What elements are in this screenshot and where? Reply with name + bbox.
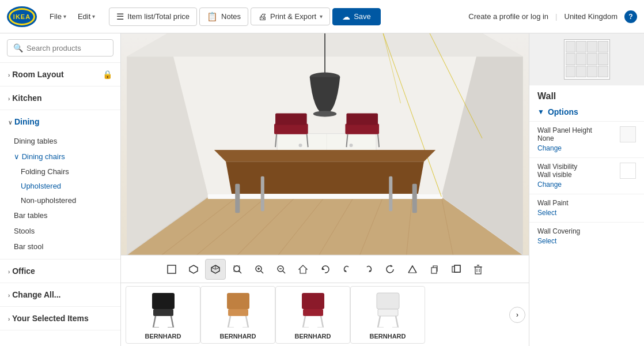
svg-rect-84 [303,309,323,316]
chair-image-tan [221,291,255,329]
svg-rect-71 [152,293,175,309]
change-all-arrow-icon: › [8,292,10,299]
svg-marker-57 [322,267,325,270]
save-button[interactable]: ☁ Save [332,8,381,25]
view-3d-button[interactable] [205,259,226,280]
svg-rect-15 [208,194,443,199]
view-2d-button[interactable] [161,259,182,280]
svg-point-24 [298,144,302,147]
duplicate-icon [451,264,461,274]
notes-button[interactable]: 📋 Notes [199,7,248,26]
svg-rect-31 [346,113,378,125]
svg-marker-56 [299,265,307,273]
tray-next-button[interactable]: › [509,307,525,323]
sidebar-item-change-all[interactable]: › Change All... [0,283,120,306]
svg-rect-37 [412,184,417,213]
sidebar-item-bar-tables[interactable]: Bar tables [0,208,120,223]
svg-line-79 [228,316,230,328]
wall-preview-grid [564,39,610,80]
wall-paint-option: Wall Paint Select [529,194,644,222]
sidebar-item-upholstered[interactable]: Upholstered [0,179,120,193]
help-button[interactable]: ? [624,10,637,23]
nav-right: Create a profile or log in | United King… [468,10,637,23]
product-bernhard-white[interactable]: BERNHARD [350,286,425,344]
svg-line-86 [321,316,323,328]
product-bernhard-tan[interactable]: BERNHARD [200,286,275,344]
svg-point-46 [234,266,240,272]
redo-left-button[interactable] [336,259,357,280]
product-bernhard-red[interactable]: BERNHARD [275,286,350,344]
svg-rect-40 [168,265,176,273]
sidebar-item-dining-chairs[interactable]: ∨ Dining chairs [0,149,120,164]
redo-right-button[interactable] [358,259,379,280]
wall-covering-option: Wall Covering Select [529,222,644,250]
wall-panel-height-option: Wall Panel Height None Change [529,121,644,157]
sidebar-item-dining[interactable]: ∨ Dining [0,110,120,133]
chair-image-red [296,291,330,329]
item-list-button[interactable]: ☰ Item list/Total price [109,7,197,26]
svg-line-92 [396,316,398,328]
zoom-region-button[interactable] [227,259,248,280]
view-iso-button[interactable] [183,259,204,280]
room-svg [121,33,529,255]
3d-icon [210,264,221,274]
tray-arrow-icon: › [516,311,518,319]
room-scene [121,33,529,255]
wall-panel-height-action[interactable]: Change [537,144,562,152]
undo-button[interactable] [315,259,335,280]
sidebar-item-folding-chairs[interactable]: Folding Chairs [0,164,120,179]
sidebar-item-kitchen[interactable]: › Kitchen [0,86,120,110]
file-menu[interactable]: File ▾ [45,10,71,23]
svg-rect-38 [261,176,264,212]
product-bernhard-black[interactable]: BERNHARD [126,286,200,344]
room-view[interactable] [121,33,529,255]
wall-covering-action[interactable]: Select [537,237,556,245]
print-export-button[interactable]: 🖨 Print & Export ▾ [251,7,330,25]
home-view-button[interactable] [293,259,313,280]
delete-button[interactable] [468,259,488,280]
room-layout-arrow-icon: › [8,72,10,78]
search-input[interactable] [26,44,107,52]
preview-cell [598,41,608,53]
zoom-in-button[interactable] [249,259,270,280]
sidebar-item-bar-stool[interactable]: Bar stool [0,239,120,254]
sidebar-item-selected-items[interactable]: › Your Selected Items [0,307,120,330]
2d-icon [166,264,177,274]
zoom-out-button[interactable] [271,259,291,280]
product-name-bernhard-red: BERNHARD [295,333,331,340]
svg-rect-89 [377,293,399,309]
chair-svg-white [372,292,404,328]
toolbar: ☰ Item list/Total price 📋 Notes 🖨 Print … [109,7,380,26]
rotate-icon [385,264,396,274]
wall-visibility-action[interactable]: Change [537,180,562,189]
file-edit-menu: File ▾ Edit ▾ [45,10,100,23]
sidebar-item-office[interactable]: › Office [0,260,120,283]
wall-visibility-option: Wall Visibility Wall visible Change [529,157,644,194]
svg-rect-90 [378,309,398,316]
iso-icon [188,264,199,274]
product-name-bernhard-white: BERNHARD [370,333,406,340]
svg-line-74 [171,316,173,328]
sidebar-item-non-upholstered[interactable]: Non-upholstered [0,193,120,208]
region-label: United Kingdom [565,12,618,21]
create-profile-link[interactable]: Create a profile or log in [468,12,548,21]
copy-button[interactable] [424,259,445,280]
wall-covering-label: Wall Covering [537,227,636,235]
preview-cell [587,53,597,65]
flip-button[interactable] [402,259,423,280]
svg-rect-30 [345,124,379,134]
lock-icon: 🔒 [103,70,112,79]
options-toggle[interactable]: ▼ Options [529,105,644,121]
edit-menu[interactable]: Edit ▾ [73,10,100,23]
wall-paint-action[interactable]: Select [537,209,556,217]
zoom-out-icon [276,264,286,274]
sidebar-item-room-layout[interactable]: › Room Layout 🔒 [0,63,120,86]
rotate-button[interactable] [380,259,401,280]
duplicate-button[interactable] [446,259,467,280]
preview-cell [566,53,576,65]
svg-rect-27 [275,113,307,125]
sidebar-item-dining-tables[interactable]: Dining tables [0,133,120,149]
wall-panel-height-label: Wall Panel Height [537,126,592,134]
sidebar-item-stools[interactable]: Stools [0,223,120,239]
viewport: BERNHARD BERNHARD [121,33,529,346]
